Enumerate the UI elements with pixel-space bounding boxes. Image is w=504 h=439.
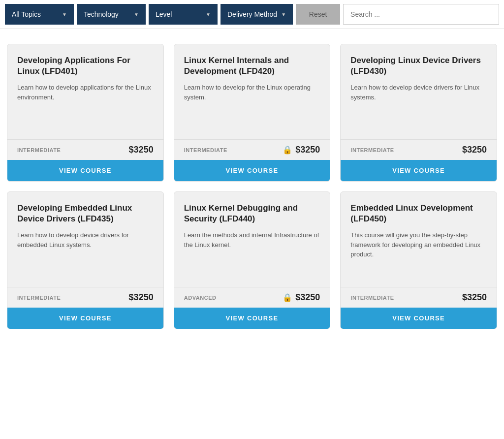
technology-label: Technology xyxy=(84,10,119,18)
course-price: $3250 xyxy=(129,292,154,303)
course-description: This course will give you the step-by-st… xyxy=(350,230,487,259)
reset-button[interactable]: Reset xyxy=(296,4,340,25)
course-price-area: $3250 xyxy=(129,292,154,303)
lock-icon: 🔒 xyxy=(283,145,292,155)
course-title: Developing Embedded Linux Device Drivers… xyxy=(17,203,154,224)
course-description: Learn how to develop applications for th… xyxy=(17,83,154,102)
view-course-button[interactable]: VIEW COURSE xyxy=(174,160,330,181)
view-course-button[interactable]: VIEW COURSE xyxy=(174,308,330,329)
course-description: Learn the methods and internal Infrastru… xyxy=(184,230,320,250)
topics-label: All Topics xyxy=(12,10,41,18)
course-price-area: 🔒$3250 xyxy=(283,292,320,303)
course-card: Developing Linux Device Drivers (LFD430)… xyxy=(340,44,497,182)
course-card-body: Linux Kernel Internals and Development (… xyxy=(174,44,330,139)
course-card-body: Developing Applications For Linux (LFD40… xyxy=(7,44,163,139)
course-card-body: Developing Embedded Linux Device Drivers… xyxy=(7,192,163,287)
course-price: $3250 xyxy=(295,292,320,303)
course-level: INTERMEDIATE xyxy=(17,147,61,153)
course-level: INTERMEDIATE xyxy=(350,295,394,301)
course-price-area: $3250 xyxy=(129,145,154,155)
view-course-button[interactable]: VIEW COURSE xyxy=(341,308,497,329)
topics-chevron-icon: ▼ xyxy=(62,12,67,17)
course-title: Embedded Linux Development (LFD450) xyxy=(350,203,487,224)
course-card: Embedded Linux Development (LFD450)This … xyxy=(340,191,497,329)
course-title: Linux Kernel Internals and Development (… xyxy=(184,55,320,77)
course-card-body: Linux Kernel Debugging and Security (LFD… xyxy=(174,192,330,287)
course-description: Learn how to develop for the Linux opera… xyxy=(184,83,320,102)
course-description: Learn how to develop device drivers for … xyxy=(350,83,487,102)
search-input[interactable] xyxy=(343,4,499,25)
course-card-footer: INTERMEDIATE🔒$3250 xyxy=(174,139,330,160)
course-card: Linux Kernel Internals and Development (… xyxy=(174,44,331,182)
course-level: ADVANCED xyxy=(184,295,217,301)
delivery-method-dropdown[interactable]: Delivery Method ▼ xyxy=(220,4,293,25)
level-label: Level xyxy=(156,10,172,18)
technology-chevron-icon: ▼ xyxy=(134,12,139,17)
course-card-footer: INTERMEDIATE$3250 xyxy=(341,287,497,308)
course-title: Developing Applications For Linux (LFD40… xyxy=(17,55,154,77)
course-grid: Developing Applications For Linux (LFD40… xyxy=(0,29,504,344)
course-card: Developing Embedded Linux Device Drivers… xyxy=(7,191,164,329)
course-card-body: Developing Linux Device Drivers (LFD430)… xyxy=(341,44,497,139)
delivery-method-label: Delivery Method xyxy=(227,10,277,18)
view-course-button[interactable]: VIEW COURSE xyxy=(7,160,163,181)
course-card-body: Embedded Linux Development (LFD450)This … xyxy=(341,192,497,287)
topics-dropdown[interactable]: All Topics ▼ xyxy=(5,4,74,25)
course-card-footer: INTERMEDIATE$3250 xyxy=(7,139,163,160)
course-title: Linux Kernel Debugging and Security (LFD… xyxy=(184,203,320,224)
course-card: Developing Applications For Linux (LFD40… xyxy=(7,44,164,182)
course-card: Linux Kernel Debugging and Security (LFD… xyxy=(174,191,331,329)
course-level: INTERMEDIATE xyxy=(17,295,61,301)
course-card-footer: INTERMEDIATE$3250 xyxy=(341,139,497,160)
course-price-area: $3250 xyxy=(462,292,487,303)
level-chevron-icon: ▼ xyxy=(206,12,211,17)
course-card-footer: ADVANCED🔒$3250 xyxy=(174,287,330,308)
course-price: $3250 xyxy=(462,292,487,303)
course-price: $3250 xyxy=(129,145,154,155)
lock-icon: 🔒 xyxy=(283,293,292,302)
level-dropdown[interactable]: Level ▼ xyxy=(149,4,218,25)
course-price-area: 🔒$3250 xyxy=(283,145,320,155)
course-card-footer: INTERMEDIATE$3250 xyxy=(7,287,163,308)
course-title: Developing Linux Device Drivers (LFD430) xyxy=(350,55,487,77)
view-course-button[interactable]: VIEW COURSE xyxy=(7,308,163,329)
course-level: INTERMEDIATE xyxy=(350,147,394,153)
course-price: $3250 xyxy=(295,145,320,155)
course-level: INTERMEDIATE xyxy=(184,147,227,153)
delivery-method-chevron-icon: ▼ xyxy=(281,12,286,17)
course-price: $3250 xyxy=(462,145,487,155)
course-description: Learn how to develop device drivers for … xyxy=(17,230,154,250)
technology-dropdown[interactable]: Technology ▼ xyxy=(77,4,146,25)
filter-bar: All Topics ▼ Technology ▼ Level ▼ Delive… xyxy=(0,0,504,29)
course-price-area: $3250 xyxy=(462,145,487,155)
view-course-button[interactable]: VIEW COURSE xyxy=(341,160,497,181)
